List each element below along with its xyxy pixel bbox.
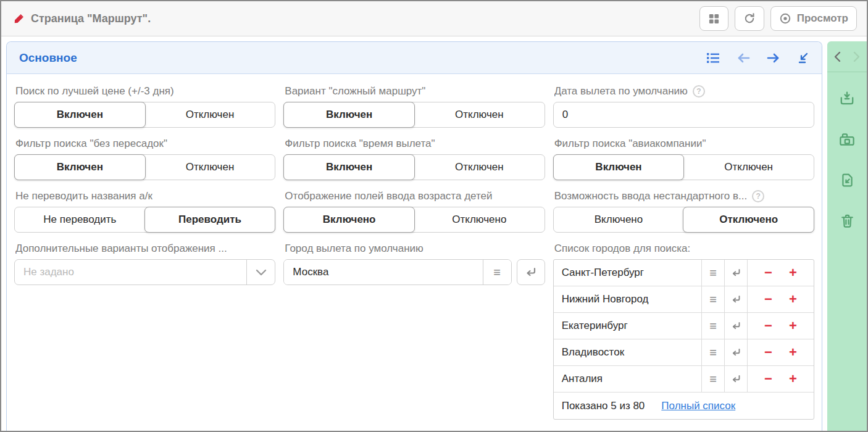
best-price-off-option[interactable]: Отключен [145,102,275,127]
city-menu-button[interactable]: ≡ [701,260,724,286]
city-row-actions: − + [747,286,814,312]
refresh-icon [743,12,756,25]
filter-airlines-off-option[interactable]: Отключен [683,155,814,180]
export-page-button[interactable] [840,172,855,188]
page: Страница "Маршрут". [0,0,868,432]
preview-button[interactable]: Просмотр [770,6,857,31]
add-city-button[interactable]: + [789,266,797,280]
nonstandard-off-option[interactable]: Отключено [683,207,814,233]
complex-route-off-option[interactable]: Отключен [414,102,545,127]
nonstandard-on-option[interactable]: Включено [554,207,684,232]
top-header: Страница "Маршрут". [1,1,867,36]
menu-icon: ≡ [709,346,717,359]
field-filter-nonstop: Фильтр поиска "без пересадок" Включен От… [14,135,275,180]
enter-arrow-icon [732,268,741,277]
collapse-icon [797,52,809,64]
field-label: Фильтр поиска "авиакомпании" [554,136,814,151]
sidebar-actions [839,72,855,229]
field-filter-airlines: Фильтр поиска "авиакомпании" Включен Отк… [553,135,814,180]
export-page-icon [840,172,855,188]
refresh-button[interactable] [735,6,764,31]
city-name: Екатеринбург [554,313,701,339]
city-row: Нижний Новгород ≡ − + [554,286,814,313]
field-label: Дополнительные варианты отображения ... [15,241,275,255]
filter-airlines-on-option[interactable]: Включен [553,154,685,180]
sidebar-prev-button[interactable] [832,51,843,63]
add-city-button[interactable]: + [789,346,797,359]
add-city-button[interactable]: + [789,319,797,333]
full-list-link[interactable]: Полный список [661,400,735,412]
remove-city-button[interactable]: − [764,266,772,280]
field-filter-departure-time: Фильтр поиска "время вылета" Включен Отк… [283,135,545,180]
chevron-left-icon [832,51,843,63]
save-copy-button[interactable] [839,131,855,147]
city-menu-button[interactable]: ≡ [701,313,724,339]
right-sidebar [827,41,867,431]
add-city-button[interactable]: + [789,293,797,306]
city-menu-button[interactable]: ≡ [701,286,724,312]
city-row-actions: − + [747,339,814,365]
city-enter-button[interactable] [724,286,747,312]
children-age-off-option[interactable]: Отключено [414,207,545,232]
filter-departure-time-toggle: Включен Отключен [283,154,545,180]
remove-city-button[interactable]: − [764,319,772,333]
layout-grid-button[interactable] [699,6,728,31]
trash-icon [840,213,855,229]
select-placeholder: Не задано [15,266,246,278]
city-menu-button[interactable]: ≡ [701,366,724,392]
remove-city-button[interactable]: − [764,346,772,359]
filter-departure-time-off-option[interactable]: Отключен [414,155,545,180]
enter-arrow-icon [732,375,741,383]
field-label-text: Дата вылета по умолчанию [554,85,688,98]
help-icon[interactable]: ? [693,85,705,98]
city-row: Санкт-Петербург ≡ − + [554,260,814,286]
next-arrow-button[interactable] [767,52,780,64]
nonstandard-input-toggle: Включено Отключено [553,207,814,233]
default-city-menu-button[interactable]: ≡ [483,260,511,285]
list-view-button[interactable] [706,52,720,64]
enter-arrow-icon [525,267,536,277]
best-price-on-option[interactable]: Включен [14,102,146,128]
delete-button[interactable] [840,213,855,229]
city-enter-button[interactable] [724,339,747,365]
default-city-enter-button[interactable] [517,259,545,285]
field-label: Дата вылета по умолчанию ? [554,84,814,98]
default-departure-date-input[interactable] [553,102,814,128]
menu-icon: ≡ [493,266,501,278]
complex-route-on-option[interactable]: Включен [283,102,415,128]
field-complex-route: Вариант "сложный маршрут" Включен Отключ… [283,83,545,128]
edit-pencil-icon [14,14,24,24]
city-enter-button[interactable] [724,313,747,339]
translate-option[interactable]: Переводить [144,207,276,233]
default-city-input[interactable] [284,260,482,285]
add-city-button[interactable]: + [789,372,797,386]
chevron-down-icon [256,268,267,276]
prev-arrow-button[interactable] [737,52,750,64]
sidebar-next-button[interactable] [851,51,862,63]
no-translate-airlines-toggle: Не переводить Переводить [14,207,275,233]
field-label: Отображение полей ввода возраста детей [285,189,545,203]
filter-nonstop-off-option[interactable]: Отключен [145,155,275,180]
extra-display-options-select[interactable]: Не задано [14,259,275,285]
select-arrow-zone[interactable] [246,260,275,285]
field-extra-display-options: Дополнительные варианты отображения ... … [14,240,275,420]
city-enter-button[interactable] [724,366,747,392]
remove-city-button[interactable]: − [764,372,772,386]
enter-arrow-icon [732,295,741,304]
save-button[interactable] [839,91,855,107]
no-translate-option[interactable]: Не переводить [15,207,145,232]
city-enter-button[interactable] [724,260,747,286]
field-label: Список городов для поиска: [554,241,814,255]
field-label: Не переводить названия а/к [15,189,275,203]
city-menu-button[interactable]: ≡ [701,339,724,365]
filter-nonstop-on-option[interactable]: Включен [14,154,146,180]
children-age-on-option[interactable]: Включено [283,207,415,233]
filter-departure-time-on-option[interactable]: Включен [283,154,415,180]
collapse-button[interactable] [797,52,809,64]
city-row-actions: − + [747,260,814,286]
city-row: Анталия ≡ − + [554,366,814,393]
remove-city-button[interactable]: − [764,293,772,306]
enter-arrow-icon [732,322,741,330]
help-icon[interactable]: ? [752,190,764,202]
city-row: Екатеринбург ≡ − + [554,313,814,339]
